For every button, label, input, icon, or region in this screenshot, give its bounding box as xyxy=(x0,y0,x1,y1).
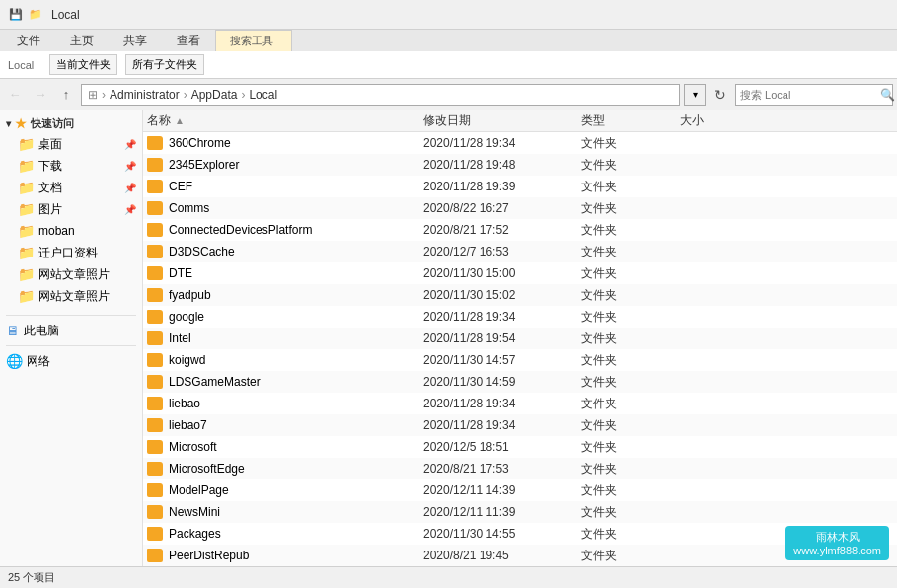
folder-icon-sm xyxy=(147,288,163,302)
sidebar-item-thispc[interactable]: 🖥 此电脑 xyxy=(0,320,142,341)
sidebar-item-desktop[interactable]: 📁 桌面 📌 xyxy=(0,133,142,155)
col-header-size[interactable]: 大小 xyxy=(680,112,759,129)
tab-home[interactable]: 主页 xyxy=(55,30,109,51)
back-button[interactable]: ← xyxy=(4,84,26,106)
sidebar-item-migrate[interactable]: 📁 迁户口资料 xyxy=(0,242,142,263)
address-dropdown[interactable]: ▾ xyxy=(684,84,706,106)
folder-icon-sm xyxy=(147,353,163,367)
folder-icon-moban: 📁 xyxy=(18,223,35,239)
file-name-text: ConnectedDevicesPlatform xyxy=(169,223,312,237)
folder-icon-sm xyxy=(147,549,163,562)
table-row[interactable]: 360Chrome 2020/11/28 19:34 文件夹 xyxy=(143,132,897,154)
watermark-box: 雨林木风 www.ylmf888.com xyxy=(785,526,889,560)
file-name-cell: D3DSCache xyxy=(147,245,423,258)
sidebar-item-moban[interactable]: 📁 moban xyxy=(0,220,142,242)
sidebar-item-download[interactable]: 📁 下载 📌 xyxy=(0,155,142,177)
pin-icon-pictures: 📌 xyxy=(124,204,136,215)
file-name-cell: Packages xyxy=(147,527,423,541)
file-name-text: PeerDistRepub xyxy=(169,549,249,562)
ribbon-actions: Local 当前文件夹 所有子文件夹 xyxy=(0,51,897,79)
table-row[interactable]: Packages 2020/11/30 14:55 文件夹 xyxy=(143,523,897,545)
file-name-cell: Intel xyxy=(147,331,423,345)
sidebar-label-pictures: 图片 xyxy=(38,201,62,218)
table-row[interactable]: ConnectedDevicesPlatform 2020/8/21 17:52… xyxy=(143,219,897,241)
file-name-text: NewsMini xyxy=(169,505,220,519)
search-input[interactable] xyxy=(740,89,876,101)
folder-icon-docs: 📁 xyxy=(18,180,35,195)
table-row[interactable]: 2345Explorer 2020/11/28 19:48 文件夹 xyxy=(143,154,897,176)
file-name-text: liebao xyxy=(169,397,200,410)
quick-access-label: 快速访问 xyxy=(31,116,74,131)
table-row[interactable]: Microsoft 2020/12/5 18:51 文件夹 xyxy=(143,436,897,458)
file-name-cell: MicrosoftEdge xyxy=(147,462,423,476)
folder-icon-web2: 📁 xyxy=(18,288,35,304)
path-appdata[interactable]: AppData xyxy=(191,88,238,102)
file-type-cell: 文件夹 xyxy=(581,374,680,391)
sidebar-item-web2[interactable]: 📁 网站文章照片 xyxy=(0,285,142,307)
pin-icon-docs: 📌 xyxy=(124,183,136,193)
file-date-cell: 2020/11/30 15:02 xyxy=(423,288,581,302)
table-row[interactable]: MicrosoftEdge 2020/8/21 17:53 文件夹 xyxy=(143,458,897,479)
search-current-folder-btn[interactable]: 当前文件夹 xyxy=(49,54,117,75)
table-row[interactable]: DTE 2020/11/30 15:00 文件夹 xyxy=(143,262,897,284)
status-bar: 25 个项目 xyxy=(0,566,897,588)
folder-icon: 📁 xyxy=(28,7,43,23)
folder-icon-sm xyxy=(147,397,163,410)
title-bar: 💾 📁 Local xyxy=(0,0,897,30)
file-type-cell: 文件夹 xyxy=(581,157,680,174)
folder-icon-sm xyxy=(147,158,163,172)
file-type-cell: 文件夹 xyxy=(581,331,680,347)
sidebar-item-network[interactable]: 🌐 网络 xyxy=(0,350,142,372)
folder-icon-sm xyxy=(147,375,163,389)
table-row[interactable]: PeerDistRepub 2020/8/21 19:45 文件夹 xyxy=(143,545,897,566)
folder-icon-sm xyxy=(147,310,163,324)
table-row[interactable]: Comms 2020/8/22 16:27 文件夹 xyxy=(143,197,897,219)
quick-access-header[interactable]: ▾ ★ 快速访问 xyxy=(0,114,142,133)
table-row[interactable]: Intel 2020/11/28 19:54 文件夹 xyxy=(143,328,897,349)
file-type-cell: 文件夹 xyxy=(581,265,680,282)
col-header-name[interactable]: 名称 ▲ xyxy=(147,112,423,129)
file-date-cell: 2020/11/28 19:34 xyxy=(423,136,581,150)
sidebar: ▾ ★ 快速访问 📁 桌面 📌 📁 下载 📌 📁 文档 📌 📁 图 xyxy=(0,110,143,566)
file-name-text: fyadpub xyxy=(169,288,211,302)
address-bar: ← → ↑ ⊞ › Administrator › AppData › Loca… xyxy=(0,79,897,110)
table-row[interactable]: fyadpub 2020/11/30 15:02 文件夹 xyxy=(143,284,897,306)
window-controls: 💾 📁 xyxy=(8,7,43,23)
tab-share[interactable]: 共享 xyxy=(109,30,162,51)
table-row[interactable]: NewsMini 2020/12/11 11:39 文件夹 xyxy=(143,501,897,523)
table-row[interactable]: liebao7 2020/11/28 19:34 文件夹 xyxy=(143,414,897,436)
search-box[interactable]: 🔍 xyxy=(735,84,893,106)
sidebar-label-web2: 网站文章照片 xyxy=(38,288,110,305)
table-row[interactable]: koigwd 2020/11/30 14:57 文件夹 xyxy=(143,349,897,371)
breadcrumb-home-icon: ⊞ xyxy=(88,88,98,102)
col-header-type[interactable]: 类型 xyxy=(581,112,680,129)
tab-view[interactable]: 查看 xyxy=(162,30,215,51)
table-row[interactable]: CEF 2020/11/28 19:39 文件夹 xyxy=(143,176,897,197)
tab-search[interactable]: 搜索工具 xyxy=(215,30,292,51)
table-row[interactable]: D3DSCache 2020/12/7 16:53 文件夹 xyxy=(143,241,897,262)
path-local[interactable]: Local xyxy=(249,88,277,102)
folder-icon-sm xyxy=(147,418,163,432)
file-date-cell: 2020/11/28 19:34 xyxy=(423,418,581,432)
watermark: 雨林木风 www.ylmf888.com xyxy=(785,526,889,560)
refresh-button[interactable]: ↻ xyxy=(710,84,731,106)
address-path[interactable]: ⊞ › Administrator › AppData › Local xyxy=(81,84,680,106)
file-date-cell: 2020/11/30 14:59 xyxy=(423,375,581,389)
up-button[interactable]: ↑ xyxy=(55,84,77,106)
forward-button[interactable]: → xyxy=(30,84,51,106)
table-row[interactable]: LDSGameMaster 2020/11/30 14:59 文件夹 xyxy=(143,371,897,393)
tab-file[interactable]: 文件 xyxy=(2,30,55,51)
search-all-subfolders-btn[interactable]: 所有子文件夹 xyxy=(125,54,204,75)
sidebar-item-docs[interactable]: 📁 文档 📌 xyxy=(0,177,142,198)
table-row[interactable]: ModelPage 2020/12/11 14:39 文件夹 xyxy=(143,479,897,501)
file-name-cell: CEF xyxy=(147,180,423,193)
sidebar-item-web1[interactable]: 📁 网站文章照片 xyxy=(0,263,142,285)
file-name-cell: ConnectedDevicesPlatform xyxy=(147,223,423,237)
table-row[interactable]: google 2020/11/28 19:34 文件夹 xyxy=(143,306,897,328)
file-name-text: 360Chrome xyxy=(169,136,231,150)
sidebar-item-pictures[interactable]: 📁 图片 📌 xyxy=(0,198,142,220)
col-header-date[interactable]: 修改日期 xyxy=(423,112,581,129)
path-admin[interactable]: Administrator xyxy=(110,88,180,102)
window-title: Local xyxy=(51,8,889,22)
table-row[interactable]: liebao 2020/11/28 19:34 文件夹 xyxy=(143,393,897,414)
